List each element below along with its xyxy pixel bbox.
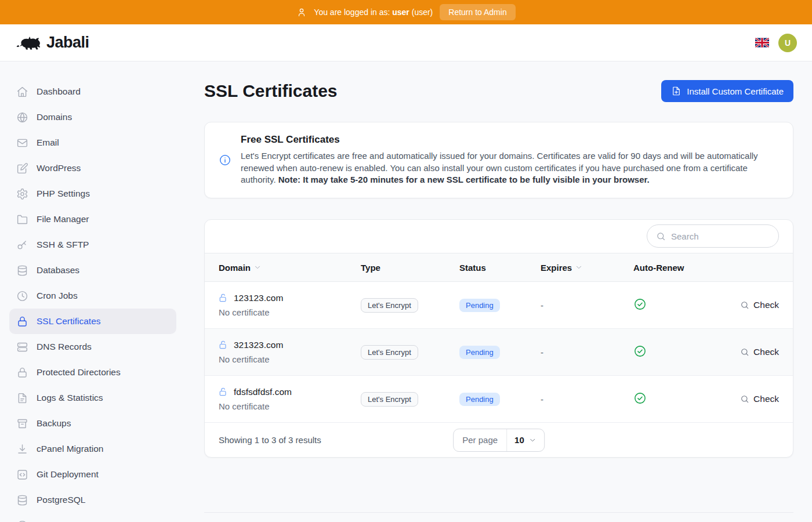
mail-icon xyxy=(16,137,28,149)
expires-value: - xyxy=(541,394,633,404)
certificate-status-text: No certificate xyxy=(219,401,361,411)
main-content: SSL Certificates Install Custom Certific… xyxy=(186,61,812,522)
sidebar-item-php-settings[interactable]: PHP Settings xyxy=(9,181,176,206)
brand-logo[interactable]: Jabali xyxy=(15,34,89,52)
sidebar-item-cpanel-migration[interactable]: cPanel Migration xyxy=(9,436,176,462)
key-icon xyxy=(16,239,28,251)
table-footer: Showing 1 to 3 of 3 results Per page 10 xyxy=(205,423,793,457)
sidebar-item-label: Databases xyxy=(37,265,79,276)
header-actions: U xyxy=(755,34,797,52)
impersonated-role: (user) xyxy=(412,8,433,17)
sidebar-item-email[interactable]: Email xyxy=(9,130,176,155)
certificate-status-text: No certificate xyxy=(219,354,361,364)
sidebar-item-ssh-sftp[interactable]: SSH & SFTP xyxy=(9,232,176,258)
search-icon xyxy=(740,300,749,310)
type-badge: Let's Encrypt xyxy=(361,345,418,360)
domain-name[interactable]: 123123.com xyxy=(234,293,283,303)
lock-icon xyxy=(16,316,28,328)
sidebar-item-label: SSL Certificates xyxy=(37,316,101,327)
column-label: Domain xyxy=(219,263,251,273)
app-header: Jabali U xyxy=(0,24,812,61)
sidebar-item-dashboard[interactable]: Dashboard xyxy=(9,79,176,104)
free-ssl-info-box: Free SSL Certificates Let's Encrypt cert… xyxy=(204,122,793,198)
search-icon xyxy=(740,347,749,357)
check-label: Check xyxy=(753,394,779,404)
archive-icon xyxy=(16,418,28,430)
sidebar-item-label: Protected Directories xyxy=(37,367,121,378)
info-icon xyxy=(219,154,231,166)
database-icon xyxy=(16,264,28,277)
file-plus-icon xyxy=(671,86,682,96)
sidebar-item-postgresql[interactable]: PostgreSQL xyxy=(9,487,176,513)
sidebar-item-git-deployment[interactable]: Git Deployment xyxy=(9,462,176,487)
sidebar-item-domains[interactable]: Domains xyxy=(9,104,176,130)
per-page-select[interactable]: Per page 10 xyxy=(453,429,545,452)
language-flag-icon[interactable] xyxy=(755,38,769,48)
user-avatar[interactable]: U xyxy=(778,34,797,52)
sidebar-item-ssl-certificates[interactable]: SSL Certificates xyxy=(9,309,176,334)
page-footer: Jabali Panel GitHub · © 2026 Jabali v0.9… xyxy=(204,512,793,522)
impersonation-bar: You are logged in as: user (user) Return… xyxy=(0,0,812,24)
sidebar-item-protected-directories[interactable]: Protected Directories xyxy=(9,360,176,385)
unlock-icon xyxy=(219,293,229,303)
sidebar-item-wordpress[interactable]: WordPress xyxy=(9,155,176,181)
sidebar-item-label: Email xyxy=(37,137,59,148)
sidebar-item-label: Logs & Statistics xyxy=(37,393,103,403)
sidebar-item-cron-jobs[interactable]: Cron Jobs xyxy=(9,283,176,309)
sidebar-item-backups[interactable]: Backups xyxy=(9,411,176,436)
globe-icon xyxy=(16,111,28,124)
user-icon xyxy=(296,7,307,17)
sidebar-item-label: Domains xyxy=(37,112,72,122)
sidebar-item-label: PostgreSQL xyxy=(37,495,85,505)
expires-value: - xyxy=(541,347,633,357)
table-body: 123123.com No certificate Let's Encrypt … xyxy=(205,282,793,423)
server-icon xyxy=(16,341,28,353)
clock-icon xyxy=(16,290,28,302)
sidebar-item-label: Backups xyxy=(37,418,71,429)
chevron-down-icon xyxy=(253,263,262,271)
check-button[interactable]: Check xyxy=(709,347,779,357)
type-badge: Let's Encrypt xyxy=(361,392,418,407)
column-label: Auto-Renew xyxy=(633,263,684,273)
check-button[interactable]: Check xyxy=(709,394,779,404)
search-icon xyxy=(740,394,749,404)
type-badge: Let's Encrypt xyxy=(361,298,418,313)
sidebar-item-label: Git Deployment xyxy=(37,469,99,480)
domain-name[interactable]: fdsfsdfdsf.com xyxy=(234,387,292,397)
sidebar-item-label: PHP Settings xyxy=(37,188,90,199)
circle-icon xyxy=(16,520,28,522)
brand-name: Jabali xyxy=(46,34,89,52)
sidebar-item-dns-records[interactable]: DNS Records xyxy=(9,334,176,360)
search-input[interactable] xyxy=(671,231,770,241)
status-badge: Pending xyxy=(459,393,500,406)
check-circle-icon xyxy=(633,298,647,311)
install-button-label: Install Custom Certificate xyxy=(687,86,784,96)
chevron-down-icon xyxy=(528,436,536,444)
check-circle-icon xyxy=(633,392,647,405)
column-header-expires[interactable]: Expires xyxy=(541,263,633,273)
lock-icon xyxy=(16,367,28,379)
sidebar-item-file-manager[interactable]: File Manager xyxy=(9,206,176,232)
column-header-domain[interactable]: Domain xyxy=(219,263,361,273)
per-page-label: Per page xyxy=(454,429,506,451)
return-to-admin-button[interactable]: Return to Admin xyxy=(440,4,515,20)
download-icon xyxy=(16,443,28,455)
sidebar-item-databases[interactable]: Databases xyxy=(9,258,176,283)
page-title: SSL Certificates xyxy=(204,81,338,101)
database-icon xyxy=(16,494,28,506)
sidebar-item-more[interactable] xyxy=(9,513,176,522)
install-custom-certificate-button[interactable]: Install Custom Certificate xyxy=(661,80,793,102)
status-badge: Pending xyxy=(459,346,500,359)
sidebar-item-logs-statistics[interactable]: Logs & Statistics xyxy=(9,385,176,411)
check-circle-icon xyxy=(633,345,647,358)
check-label: Check xyxy=(753,300,779,310)
impersonated-username: user xyxy=(392,8,409,17)
certificates-table-card: Domain Type Status Expires Auto-Renew 12… xyxy=(204,219,793,458)
unlock-icon xyxy=(219,340,229,350)
code-icon xyxy=(16,469,28,481)
domain-name[interactable]: 321323.com xyxy=(234,340,283,350)
sidebar-item-label: File Manager xyxy=(37,214,89,224)
check-button[interactable]: Check xyxy=(709,300,779,310)
info-box-body: Let's Encrypt certificates are free and … xyxy=(241,150,779,186)
check-label: Check xyxy=(753,347,779,357)
